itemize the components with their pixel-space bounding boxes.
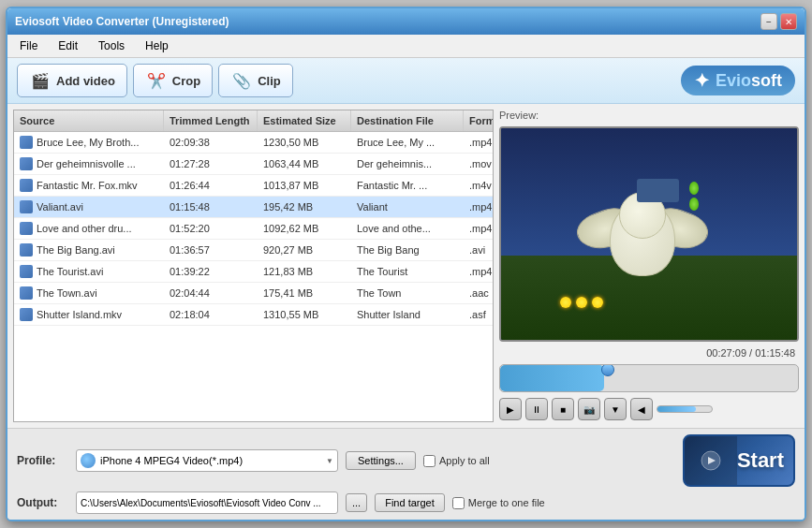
- profile-row: Profile: iPhone 4 MPEG4 Video(*.mp4) ▼ S…: [17, 434, 795, 487]
- data-cell: 1230,50 MB: [258, 132, 351, 153]
- data-cell: 1310,55 MB: [258, 304, 351, 325]
- data-cell: 01:36:57: [164, 240, 258, 260]
- screenshot-button[interactable]: 📷: [578, 398, 600, 420]
- minimize-button[interactable]: −: [760, 13, 777, 30]
- format-cell: .mov: [464, 154, 493, 174]
- flower-2: [576, 297, 587, 308]
- profile-select[interactable]: iPhone 4 MPEG4 Video(*.mp4) ▼: [76, 449, 338, 472]
- volume-slider[interactable]: [657, 405, 713, 413]
- col-source: Source: [14, 110, 164, 131]
- logo-soft: soft: [751, 71, 782, 91]
- flowers: [560, 297, 603, 308]
- prev-button[interactable]: ◀: [630, 398, 653, 420]
- menu-tools[interactable]: Tools: [94, 37, 129, 54]
- format-cell: .mp4: [464, 132, 493, 153]
- source-cell: Love and other dru...: [14, 218, 164, 239]
- main-window: Eviosoft Video Converter (Unregistered) …: [6, 7, 806, 521]
- merge-to-one-checkbox[interactable]: [452, 497, 465, 509]
- start-button-container[interactable]: Start: [683, 434, 795, 487]
- format-cell: .mp4: [464, 197, 493, 217]
- menu-file[interactable]: File: [15, 37, 42, 54]
- butterfly-wing-right: [689, 198, 699, 211]
- preview-timestamp: 00:27:09 / 01:15:48: [499, 345, 799, 360]
- settings-button[interactable]: Settings...: [346, 451, 416, 470]
- format-cell: .avi: [464, 240, 493, 260]
- crop-button[interactable]: ✂️ Crop: [133, 64, 213, 97]
- find-target-button[interactable]: Find target: [375, 493, 445, 512]
- progress-fill: [500, 365, 604, 391]
- profile-dropdown-arrow: ▼: [326, 457, 333, 465]
- playback-controls: ▶ ⏸ ■ 📷 ▼ ◀: [499, 396, 799, 422]
- apply-to-all-area: Apply to all: [423, 455, 490, 467]
- start-svg-icon: [700, 449, 722, 472]
- table-body: Bruce Lee, My Broth...02:09:381230,50 MB…: [14, 132, 493, 421]
- profile-value: iPhone 4 MPEG4 Video(*.mp4): [100, 455, 243, 466]
- data-cell: Fantastic Mr. ...: [351, 175, 464, 196]
- merge-to-one-label: Merge to one file: [468, 497, 545, 508]
- preview-video: [499, 126, 799, 342]
- crop-label: Crop: [172, 74, 200, 88]
- data-cell: The Big Bang: [351, 240, 464, 260]
- clip-icon: 📎: [230, 69, 253, 92]
- table-row[interactable]: The Big Bang.avi01:36:57920,27 MBThe Big…: [14, 240, 493, 261]
- apply-to-all-checkbox[interactable]: [423, 455, 436, 467]
- table-row[interactable]: The Tourist.avi01:39:22121,83 MBThe Tour…: [14, 261, 493, 283]
- file-icon: [20, 157, 33, 170]
- table-row[interactable]: Valiant.avi01:15:48195,42 MBValiant.mp4: [14, 197, 493, 218]
- close-button[interactable]: ✕: [780, 13, 797, 30]
- source-cell: Der geheimnisvolle ...: [14, 154, 164, 174]
- format-cell: .mp4: [464, 218, 493, 239]
- add-video-label: Add video: [56, 74, 115, 88]
- butterfly-wing-left: [689, 182, 699, 195]
- output-label: Output:: [17, 496, 68, 509]
- file-icon: [20, 308, 33, 321]
- table-row[interactable]: The Town.avi02:04:44175,41 MBThe Town.aa…: [14, 283, 493, 304]
- col-format: Format: [464, 110, 494, 131]
- volume-fill: [657, 406, 696, 412]
- output-path-text: C:\Users\Alex\Documents\Eviosoft\Eviosof…: [81, 498, 321, 508]
- source-cell: The Big Bang.avi: [14, 240, 164, 260]
- menu-help[interactable]: Help: [140, 37, 173, 54]
- merge-to-one-area: Merge to one file: [452, 497, 545, 509]
- table-row[interactable]: Der geheimnisvolle ...01:27:281063,44 MB…: [14, 154, 493, 175]
- browse-button[interactable]: ...: [346, 493, 367, 512]
- profile-label: Profile:: [17, 454, 68, 467]
- data-cell: The Tourist: [351, 261, 464, 282]
- title-bar-buttons: − ✕: [760, 13, 797, 30]
- stop-button[interactable]: ■: [552, 398, 574, 420]
- format-cell: .mp4: [464, 261, 493, 282]
- play-button[interactable]: ▶: [499, 398, 522, 420]
- data-cell: 175,41 MB: [258, 283, 351, 303]
- source-cell: Valiant.avi: [14, 197, 164, 217]
- logo-evio: Evio: [716, 71, 751, 91]
- file-icon: [20, 179, 33, 192]
- data-cell: Bruce Lee, My ...: [351, 132, 464, 153]
- data-cell: Der geheimnis...: [351, 154, 464, 174]
- progress-thumb[interactable]: [601, 364, 614, 376]
- preview-area: Preview:: [499, 110, 799, 422]
- preview-progress-bar[interactable]: [499, 364, 799, 392]
- file-icon: [20, 243, 33, 257]
- bottom-bar: Profile: iPhone 4 MPEG4 Video(*.mp4) ▼ S…: [7, 428, 805, 520]
- col-size: Estimated Size: [258, 110, 351, 131]
- data-cell: Valiant: [351, 197, 464, 217]
- add-video-button[interactable]: 🎬 Add video: [17, 64, 127, 97]
- table-row[interactable]: Fantastic Mr. Fox.mkv01:26:441013,87 MBF…: [14, 175, 493, 197]
- data-cell: Shutter Island: [351, 304, 464, 325]
- clip-button[interactable]: 📎 Clip: [218, 64, 293, 97]
- bird-character: [605, 192, 680, 276]
- pause-button[interactable]: ⏸: [525, 398, 548, 420]
- options-dropdown-button[interactable]: ▼: [604, 398, 627, 420]
- table-row[interactable]: Shutter Island.mkv02:18:041310,55 MBShut…: [14, 304, 493, 326]
- data-cell: 02:09:38: [164, 132, 258, 153]
- flower-1: [560, 297, 571, 308]
- table-row[interactable]: Bruce Lee, My Broth...02:09:381230,50 MB…: [14, 132, 493, 154]
- menu-edit[interactable]: Edit: [53, 37, 82, 54]
- col-trimmed: Trimmed Length: [164, 110, 258, 131]
- format-cell: .asf: [464, 304, 493, 325]
- title-bar: Eviosoft Video Converter (Unregistered) …: [7, 8, 805, 35]
- data-cell: 1013,87 MB: [258, 175, 351, 196]
- table-row[interactable]: Love and other dru...01:52:201092,62 MBL…: [14, 218, 493, 240]
- data-cell: 01:26:44: [164, 175, 258, 196]
- format-cell: .aac: [464, 283, 493, 303]
